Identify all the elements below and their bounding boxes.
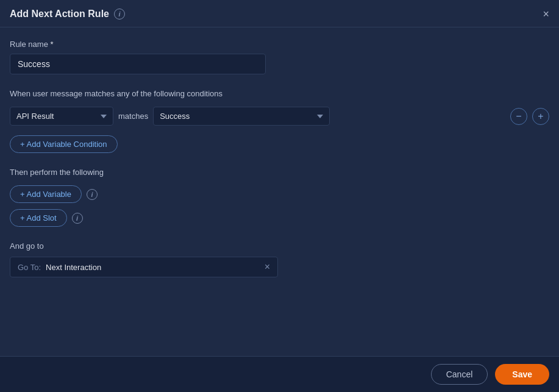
- modal-header-left: Add Next Action Rule i: [10, 9, 125, 20]
- add-slot-info-icon[interactable]: i: [72, 213, 83, 224]
- add-next-action-rule-modal: Add Next Action Rule i × Rule name * Whe…: [0, 0, 559, 392]
- modal-info-icon[interactable]: i: [114, 9, 125, 20]
- condition-row: API Result matches Success − +: [10, 107, 549, 126]
- go-to-clear-button[interactable]: ×: [265, 262, 270, 272]
- minus-icon: −: [516, 112, 521, 121]
- rule-name-label: Rule name *: [10, 40, 549, 49]
- matches-text: matches: [118, 112, 148, 121]
- modal-title: Add Next Action Rule: [10, 9, 109, 20]
- add-condition-button[interactable]: +: [532, 108, 549, 125]
- save-button[interactable]: Save: [495, 364, 549, 385]
- plus-icon: +: [538, 112, 543, 121]
- add-slot-button[interactable]: + Add Slot: [10, 209, 67, 227]
- cancel-button[interactable]: Cancel: [431, 364, 488, 385]
- modal-footer: Cancel Save: [0, 356, 559, 392]
- api-result-dropdown[interactable]: API Result: [10, 107, 113, 126]
- go-to-section: And go to Go To: Next Interaction ×: [10, 241, 549, 277]
- go-to-value: Next Interaction: [46, 263, 265, 272]
- go-to-input-row: Go To: Next Interaction ×: [10, 257, 278, 277]
- value-dropdown[interactable]: Success: [153, 107, 330, 126]
- perform-section-title: Then perform the following: [10, 168, 549, 177]
- remove-condition-button[interactable]: −: [510, 108, 527, 125]
- conditions-section-title: When user message matches any of the fol…: [10, 89, 549, 98]
- modal-body: Rule name * When user message matches an…: [0, 27, 559, 356]
- close-button[interactable]: ×: [543, 9, 549, 20]
- add-variable-row: + Add Variable i: [10, 185, 549, 203]
- go-to-label: Go To:: [18, 263, 41, 272]
- perform-section: Then perform the following + Add Variabl…: [10, 168, 549, 227]
- go-to-title: And go to: [10, 241, 549, 251]
- rule-name-input[interactable]: [10, 54, 266, 74]
- rule-name-field: Rule name *: [10, 40, 549, 74]
- modal-header: Add Next Action Rule i ×: [0, 0, 559, 27]
- add-variable-info-icon[interactable]: i: [87, 189, 98, 200]
- add-variable-condition-button[interactable]: + Add Variable Condition: [10, 135, 118, 153]
- add-slot-row: + Add Slot i: [10, 209, 549, 227]
- add-variable-button[interactable]: + Add Variable: [10, 185, 82, 203]
